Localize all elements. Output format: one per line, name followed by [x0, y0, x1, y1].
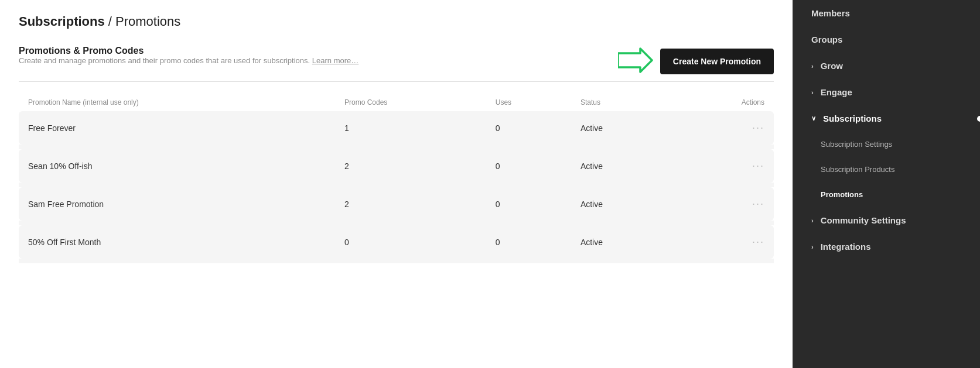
table-row-spacer — [19, 221, 774, 225]
sidebar-item-members[interactable]: Members — [793, 0, 980, 26]
row-name: Sam Free Promotion — [19, 187, 335, 221]
row-name: Free Forever — [19, 111, 335, 145]
table-row-spacer — [19, 259, 774, 263]
community-settings-label: Community Settings — [821, 215, 906, 225]
col-header-name: Promotion Name (internal use only) — [19, 94, 335, 111]
sidebar-item-subscriptions[interactable]: ∨ Subscriptions — [793, 105, 980, 132]
row-actions[interactable]: ··· — [671, 187, 774, 221]
section-header: Promotions & Promo Codes Create and mana… — [19, 46, 774, 77]
subscriptions-label: Subscriptions — [823, 114, 882, 123]
row-status: Active — [571, 149, 672, 183]
row-codes: 2 — [335, 187, 486, 221]
col-header-actions: Actions — [671, 94, 774, 111]
integrations-label: Integrations — [821, 242, 871, 252]
table-row: Sam Free Promotion 2 0 Active ··· — [19, 187, 774, 221]
sidebar-item-community-settings[interactable]: › Community Settings — [793, 207, 980, 233]
row-codes: 2 — [335, 149, 486, 183]
row-codes: 0 — [335, 225, 486, 259]
row-uses: 0 — [486, 149, 571, 183]
table-row: Free Forever 1 0 Active ··· — [19, 111, 774, 145]
engage-chevron-icon: › — [811, 89, 814, 96]
integrations-chevron-icon: › — [811, 243, 814, 250]
engage-label: Engage — [821, 87, 852, 97]
arrow-icon — [618, 47, 653, 75]
grow-label: Grow — [821, 61, 843, 71]
row-status: Active — [571, 187, 672, 221]
subscriptions-chevron-icon: ∨ — [811, 115, 816, 122]
row-codes: 1 — [335, 111, 486, 145]
subscription-products-label: Subscription Products — [821, 165, 894, 174]
create-btn-area: Create New Promotion — [618, 47, 774, 75]
table-header: Promotion Name (internal use only) Promo… — [19, 94, 774, 111]
sidebar-item-grow[interactable]: › Grow — [793, 53, 980, 79]
row-name: 50% Off First Month — [19, 225, 335, 259]
row-uses: 0 — [486, 187, 571, 221]
col-header-status: Status — [571, 94, 672, 111]
subscription-settings-label: Subscription Settings — [821, 140, 892, 149]
sidebar: Members Groups › Grow › Engage ∨ Subscri… — [793, 0, 980, 368]
subscriptions-dot-indicator — [977, 116, 980, 122]
row-actions[interactable]: ··· — [671, 225, 774, 259]
grow-chevron-icon: › — [811, 63, 814, 70]
breadcrumb-promotions: Promotions — [115, 14, 180, 29]
promotions-table: Promotion Name (internal use only) Promo… — [19, 94, 774, 263]
row-uses: 0 — [486, 225, 571, 259]
section-title-area: Promotions & Promo Codes Create and mana… — [19, 46, 358, 77]
community-settings-chevron-icon: › — [811, 217, 814, 224]
col-header-codes: Promo Codes — [335, 94, 486, 111]
table-row-spacer — [19, 183, 774, 187]
section-title: Promotions & Promo Codes — [19, 46, 358, 56]
row-status: Active — [571, 111, 672, 145]
svg-marker-0 — [618, 49, 652, 72]
sidebar-item-engage[interactable]: › Engage — [793, 79, 980, 105]
sidebar-item-groups[interactable]: Groups — [793, 26, 980, 53]
table-row-spacer — [19, 145, 774, 149]
section-desc: Create and manage promotions and their p… — [19, 56, 358, 65]
sidebar-item-promotions[interactable]: Promotions — [793, 182, 980, 207]
groups-label: Groups — [811, 35, 842, 44]
breadcrumb: Subscriptions / Promotions — [19, 14, 774, 29]
sidebar-item-subscription-products[interactable]: Subscription Products — [793, 157, 980, 182]
row-uses: 0 — [486, 111, 571, 145]
sidebar-item-subscription-settings[interactable]: Subscription Settings — [793, 132, 980, 157]
main-content: Subscriptions / Promotions Promotions & … — [0, 0, 793, 368]
section-divider — [19, 81, 774, 82]
row-status: Active — [571, 225, 672, 259]
create-new-promotion-button[interactable]: Create New Promotion — [660, 49, 774, 74]
row-name: Sean 10% Off-ish — [19, 149, 335, 183]
breadcrumb-subscriptions: Subscriptions — [19, 14, 105, 29]
table-body: Free Forever 1 0 Active ··· Sean 10% Off… — [19, 111, 774, 263]
row-actions[interactable]: ··· — [671, 111, 774, 145]
table-row: Sean 10% Off-ish 2 0 Active ··· — [19, 149, 774, 183]
learn-more-link[interactable]: Learn more… — [312, 56, 358, 65]
section-desc-text: Create and manage promotions and their p… — [19, 56, 310, 65]
row-actions[interactable]: ··· — [671, 149, 774, 183]
sidebar-item-integrations[interactable]: › Integrations — [793, 233, 980, 260]
table-row: 50% Off First Month 0 0 Active ··· — [19, 225, 774, 259]
breadcrumb-separator: / — [105, 14, 115, 29]
members-label: Members — [811, 8, 850, 18]
col-header-uses: Uses — [486, 94, 571, 111]
promotions-label: Promotions — [821, 190, 863, 199]
